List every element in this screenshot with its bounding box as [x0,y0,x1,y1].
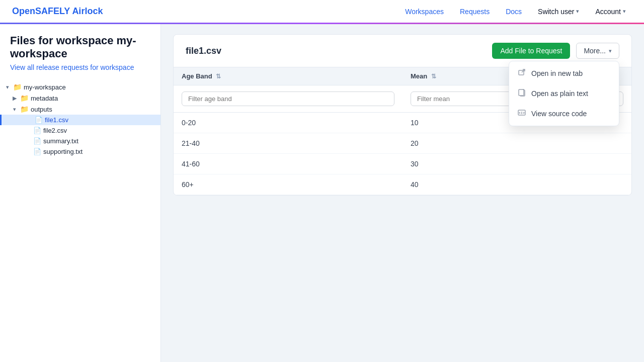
main-layout: Files for workspace my-workspace View al… [0,24,644,362]
tree-item-file1[interactable]: 📄 file1.csv [0,115,160,125]
more-button[interactable]: More... ▾ [576,43,619,59]
supporting-label: supporting.txt [43,148,83,155]
age-band-cell: 0-20 [174,113,403,133]
file2-icon: 📄 [33,127,41,134]
switch-user-chevron-icon: ▾ [576,8,579,15]
page-title: Files for workspace my-workspace [10,34,150,60]
nav-requests[interactable]: Requests [454,5,496,19]
tree-item-workspace[interactable]: ▾ 📁 my-workspace [0,81,160,93]
file-tree: ▾ 📁 my-workspace ▶ 📁 metadata ▾ 📁 output… [0,77,161,161]
tree-item-file2[interactable]: 📄 file2.csv [0,125,160,136]
file-panel-title: file1.csv [186,46,221,56]
add-file-to-request-button[interactable]: Add File to Request [492,43,570,59]
content-area: file1.csv Add File to Request More... ▾ [161,24,644,362]
dropdown-view-source[interactable]: View source code [509,104,619,124]
table-row: 41-60 30 [174,154,631,174]
file-actions: Add File to Request More... ▾ [492,43,619,59]
view-release-requests-link[interactable]: View all release requests for workspace [10,63,134,71]
age-band-cell: 41-60 [174,154,403,174]
nav-switch-user[interactable]: Switch user ▾ [532,5,585,19]
metadata-folder-icon: 📁 [20,94,29,102]
mean-cell: 30 [403,154,631,174]
summary-icon: 📄 [33,137,41,145]
view-source-icon [517,109,526,119]
mean-cell: 20 [403,133,631,154]
workspace-toggle-icon: ▾ [4,84,11,90]
table-row: 21-40 20 [174,133,631,154]
age-band-cell: 60+ [174,174,403,195]
workspace-folder-icon: 📁 [13,83,22,91]
svg-rect-1 [519,89,524,96]
workspace-label: my-workspace [24,83,66,91]
metadata-label: metadata [31,95,58,102]
age-band-filter-cell [174,85,403,113]
file-panel: file1.csv Add File to Request More... ▾ [173,34,632,196]
mean-cell: 40 [403,174,631,195]
outputs-toggle-icon: ▾ [11,106,18,113]
logo-airlock: Airlock [72,6,103,16]
main-nav: Workspaces Requests Docs Switch user ▾ A… [399,5,632,19]
logo[interactable]: OpenSAFELY Airlock [12,6,103,17]
mean-sort-icon[interactable]: ⇅ [431,73,436,80]
age-band-filter-input[interactable] [182,92,394,106]
open-plain-text-icon [517,88,526,99]
age-band-cell: 21-40 [174,133,403,154]
tree-item-metadata[interactable]: ▶ 📁 metadata [0,93,160,104]
account-chevron-icon: ▾ [623,8,626,15]
age-band-sort-icon[interactable]: ⇅ [216,73,221,80]
file-panel-header: file1.csv Add File to Request More... ▾ [174,35,631,67]
tree-item-summary[interactable]: 📄 summary.txt [0,136,160,146]
file1-icon: 📄 [35,116,43,124]
table-row: 60+ 40 [174,174,631,195]
outputs-folder-icon: 📁 [20,105,29,113]
more-chevron-icon: ▾ [609,48,612,54]
dropdown-open-new-tab[interactable]: Open in new tab [509,63,619,83]
content-inner: file1.csv Add File to Request More... ▾ [161,24,644,362]
page-header: Files for workspace my-workspace View al… [0,24,160,77]
file1-label: file1.csv [45,116,68,124]
col-age-band: Age Band ⇅ [174,67,403,85]
tree-item-outputs[interactable]: ▾ 📁 outputs [0,104,160,115]
file2-label: file2.csv [43,127,67,134]
logo-opensafely: OpenSAFELY [12,6,70,16]
dropdown-open-plain-text[interactable]: Open as plain text [509,83,619,104]
more-dropdown-menu: Open in new tab Open a [509,61,619,126]
outputs-label: outputs [31,106,52,113]
nav-docs[interactable]: Docs [500,5,528,19]
supporting-icon: 📄 [33,148,41,155]
nav-workspaces[interactable]: Workspaces [399,5,450,19]
app-header: OpenSAFELY Airlock Workspaces Requests D… [0,0,644,24]
metadata-toggle-icon: ▶ [11,95,18,102]
nav-account[interactable]: Account ▾ [589,5,632,19]
open-new-tab-icon [517,68,526,78]
tree-item-supporting[interactable]: 📄 supporting.txt [0,146,160,157]
left-sidebar: Files for workspace my-workspace View al… [0,24,161,362]
more-dropdown-container: More... ▾ [576,43,619,59]
summary-label: summary.txt [43,137,78,145]
